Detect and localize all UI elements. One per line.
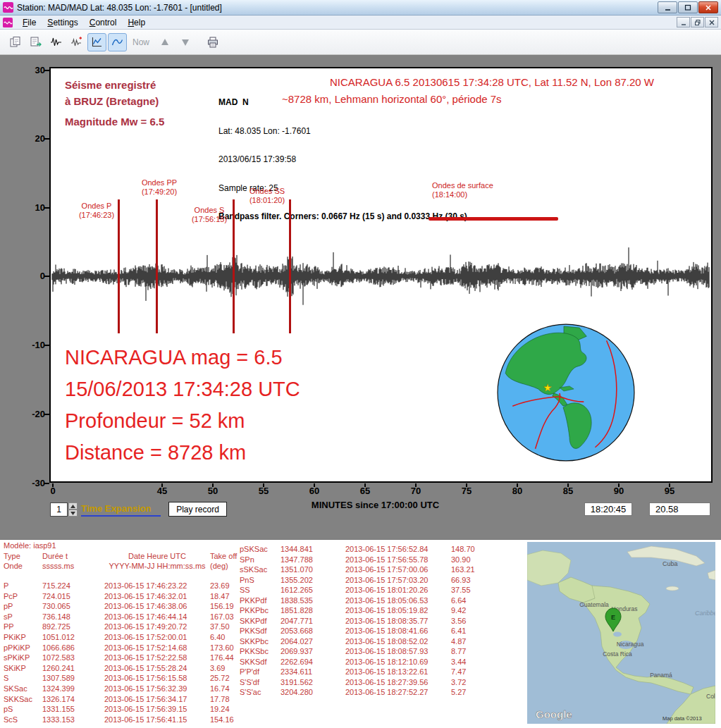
filter-trace-button[interactable] — [108, 33, 127, 51]
x-tick-label: 90 — [614, 486, 624, 496]
x-tick-label: 85 — [563, 486, 573, 496]
y-tick-mark — [44, 207, 49, 209]
stepper-down-button[interactable] — [68, 510, 78, 517]
phase-table-panel: Modèle: iasp91 Type Durée t Date Heure U… — [0, 539, 721, 728]
table-row: P 715.224 2013-06-15 17:46:23.22 23.69 — [4, 581, 243, 591]
local-annotation-line3: Magnitude Mw = 6.5 — [65, 113, 164, 130]
maximize-button[interactable] — [678, 1, 698, 13]
table-row: ScS 1333.153 2013-06-15 17:56:41.15 154.… — [4, 715, 243, 725]
open-record-button[interactable] — [6, 33, 25, 51]
menu-settings[interactable]: Settings — [42, 16, 83, 29]
open-record-icon — [9, 36, 21, 48]
y-tick-mark — [44, 345, 49, 346]
local-annotation-line2: à BRUZ (Bretagne) — [65, 93, 164, 109]
maximize-icon — [684, 4, 692, 12]
current-time-display: 18:20:45 — [584, 502, 632, 516]
table-row: PKKSdf 2053.668 2013-06-15 18:08:41.66 6… — [240, 626, 484, 636]
record-start-time: 2013/06/15 17:39:58 — [218, 155, 467, 165]
event-annotation-line2: ~8728 km, Lehmann horizontal 60°, périod… — [282, 93, 502, 105]
scroll-up-button[interactable] — [155, 33, 174, 51]
map-label-colombia: Col — [706, 693, 715, 700]
play-record-button[interactable]: Play record — [168, 502, 227, 517]
svg-text:E: E — [611, 614, 615, 621]
y-tick-label: 0 — [18, 271, 45, 281]
waveform-button[interactable] — [47, 33, 66, 51]
chevron-down-icon — [70, 512, 75, 515]
minimize-button[interactable] — [658, 1, 677, 13]
summary-line2: 15/06/2013 17:34:28 UTC — [65, 374, 300, 405]
table-row: P'P'df 2334.611 2013-06-15 18:13:22.61 7… — [240, 667, 484, 677]
phase-line-pp — [156, 199, 158, 333]
waveform-edit-button[interactable] — [67, 33, 86, 51]
plot-area[interactable]: Séisme enregistré à BRUZ (Bretagne) Magn… — [49, 67, 713, 483]
waveform-icon — [50, 36, 62, 48]
table-row: PP 892.725 2013-06-15 17:49:20.72 37.50 — [4, 622, 243, 632]
event-annotation-line1: NICARAGUA 6.5 20130615 17:34:28 UTC, Lat… — [330, 76, 654, 88]
stepper-up-button[interactable] — [68, 502, 78, 510]
toolbar: Now — [0, 30, 721, 55]
table-row: SKSac 1324.399 2013-06-15 17:56:32.39 16… — [4, 684, 243, 694]
x-tick-label: 75 — [462, 486, 472, 496]
amplitude-display: 20.58 — [649, 502, 710, 516]
minimize-icon — [663, 4, 672, 12]
table-row: pS 1331.155 2013-06-15 17:56:39.15 19.24 — [4, 704, 243, 715]
table-row: PnS 1355.202 2013-06-15 17:57:03.20 66.9… — [240, 575, 484, 586]
x-tick-label: 50 — [208, 486, 218, 496]
title-bar[interactable]: Station: MAD/MAD Lat: 48.035 Lon: -1.760… — [0, 0, 721, 16]
x-tick-label: 60 — [309, 486, 319, 496]
globe-image: ★ — [495, 322, 636, 463]
map-label-panama: Panamá — [650, 672, 672, 679]
phase-label-pp: Ondes PP (17:49:20) — [125, 178, 193, 197]
mdi-child-icon[interactable] — [3, 18, 13, 27]
window-title: Station: MAD/MAD Lat: 48.035 Lon: -1.760… — [17, 3, 222, 13]
table-row: sPKiKP 1072.583 2013-06-15 17:52:22.58 1… — [4, 653, 243, 663]
time-expansion-input[interactable]: 1 — [50, 502, 68, 517]
phase-label-p: Ondes P (17:46:23) — [63, 202, 130, 220]
scroll-down-button[interactable] — [175, 33, 195, 51]
table-row: PKiKP 1051.012 2013-06-15 17:52:00.01 6.… — [4, 632, 243, 643]
model-label: Modèle: iasp91 — [4, 541, 56, 550]
export-record-icon — [30, 36, 42, 48]
table-row: SS 1612.265 2013-06-15 18:01:20.26 37.55 — [240, 585, 484, 596]
table-row: SPn 1347.788 2013-06-15 17:56:55.78 30.9… — [240, 555, 484, 565]
menu-control[interactable]: Control — [84, 16, 123, 29]
table-row: SKKPbc 2064.027 2013-06-15 18:08:52.02 4… — [240, 636, 484, 647]
phase-table-left: P 715.224 2013-06-15 17:46:23.22 23.69 P… — [4, 581, 243, 724]
y-tick-label: -30 — [18, 478, 45, 488]
y-tick-label: 20 — [18, 133, 45, 144]
event-summary: NICARAGUA mag = 6.5 15/06/2013 17:34:28 … — [65, 342, 300, 469]
zoom-trace-button[interactable] — [87, 33, 106, 51]
map-label-cuba: Cuba — [663, 560, 678, 567]
table-row: SKiKP 1260.241 2013-06-15 17:55:28.24 3.… — [4, 663, 243, 674]
x-tick-label: 80 — [512, 486, 522, 496]
menu-help[interactable]: Help — [122, 16, 151, 29]
epicenter-map[interactable]: Cuba Guatemala Honduras Nicaragua Costa … — [527, 542, 715, 724]
mdi-close-button[interactable] — [705, 17, 718, 27]
print-icon — [207, 36, 219, 49]
now-button[interactable]: Now — [133, 37, 149, 47]
waveform-edit-icon — [70, 36, 82, 48]
mdi-minimize-button[interactable] — [677, 17, 690, 27]
map-label-guatemala: Guatemala — [579, 601, 609, 608]
menu-file[interactable]: File — [17, 16, 42, 29]
app-icon — [3, 2, 13, 13]
y-tick-label: 30 — [18, 65, 45, 75]
x-tick-label: 55 — [259, 486, 269, 496]
close-icon — [704, 4, 713, 12]
local-annotation: Séisme enregistré à BRUZ (Bretagne) Magn… — [65, 77, 164, 130]
map-label-caribbean: Caribbean — [695, 610, 715, 617]
phase-line-ss — [289, 199, 291, 333]
y-tick-mark — [44, 70, 49, 71]
print-button[interactable] — [203, 33, 222, 51]
table-row: pPKiKP 1066.686 2013-06-15 17:52:14.68 1… — [4, 643, 243, 653]
export-record-button[interactable] — [26, 33, 45, 51]
close-button[interactable] — [698, 1, 718, 13]
table-row: S 1307.589 2013-06-15 17:56:15.58 25.72 — [4, 673, 243, 684]
mdi-restore-button[interactable] — [691, 17, 704, 27]
phase-label-s: Ondes S (17:56:15) — [175, 206, 243, 224]
y-tick-mark — [44, 483, 49, 484]
table-row: S'S'ac 3204.280 2013-06-15 18:27:52.27 5… — [240, 687, 484, 698]
chevron-up-icon — [70, 505, 75, 508]
menu-bar: File Settings Control Help — [0, 16, 721, 30]
y-tick-mark — [44, 138, 49, 140]
